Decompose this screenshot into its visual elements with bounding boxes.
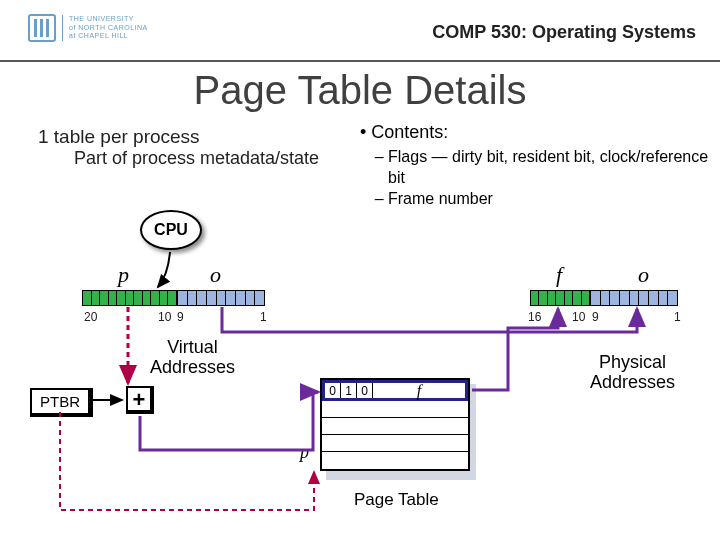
vaddr-p-label: p	[118, 262, 129, 288]
physical-address-bar	[530, 290, 678, 306]
process-note-line2: Part of process metadata/state	[74, 148, 319, 169]
process-note: 1 table per process Part of process meta…	[38, 126, 319, 169]
virtual-addresses-label: Virtual Addresses	[150, 338, 235, 378]
vaddr-o-label: o	[210, 262, 221, 288]
pt-flag-2: 0	[357, 383, 373, 398]
pa-line2: Addresses	[590, 372, 675, 392]
page-table: 0 1 0 f	[320, 378, 470, 471]
vtick-1: 1	[260, 310, 267, 324]
ptick-10: 10	[572, 310, 585, 324]
contents-heading: Contents:	[371, 122, 448, 142]
pt-flag-1: 1	[341, 383, 357, 398]
header: THE UNIVERSITY of NORTH CAROLINA at CHAP…	[0, 0, 720, 62]
paddr-o-segment	[590, 290, 678, 306]
ptbr-box: PTBR	[30, 388, 93, 417]
pt-row	[322, 401, 468, 418]
pt-row	[322, 435, 468, 452]
university-logo: THE UNIVERSITY of NORTH CAROLINA at CHAP…	[28, 14, 148, 42]
ptick-1: 1	[674, 310, 681, 324]
process-note-line1: 1 table per process	[38, 126, 319, 148]
vtick-20: 20	[84, 310, 97, 324]
va-line1: Virtual	[167, 337, 218, 357]
virtual-address-bar	[82, 290, 265, 306]
pt-row	[322, 418, 468, 435]
ptick-9: 9	[592, 310, 599, 324]
course-title: COMP 530: Operating Systems	[432, 22, 696, 43]
contents-block: • Contents: Flags — dirty bit, resident …	[360, 122, 720, 209]
pt-frame-label: f	[373, 383, 465, 398]
vaddr-p-segment	[82, 290, 177, 306]
pt-flag-0: 0	[325, 383, 341, 398]
ptick-16: 16	[528, 310, 541, 324]
adder-box: +	[126, 386, 154, 414]
vtick-10: 10	[158, 310, 171, 324]
pagetable-caption: Page Table	[354, 490, 439, 510]
va-line2: Addresses	[150, 357, 235, 377]
logo-seal-icon	[28, 14, 56, 42]
cpu-oval: CPU	[140, 210, 202, 250]
paddr-o-label: o	[638, 262, 649, 288]
p-index-marker: p	[300, 442, 309, 463]
university-line1: THE UNIVERSITY	[69, 15, 148, 23]
paddr-f-label: f	[556, 262, 562, 288]
university-line3: at CHAPEL HILL	[69, 32, 148, 40]
contents-item-0: Flags — dirty bit, resident bit, clock/r…	[388, 147, 720, 189]
paddr-f-segment	[530, 290, 590, 306]
pa-line1: Physical	[599, 352, 666, 372]
pt-row-highlighted: 0 1 0 f	[322, 380, 468, 401]
physical-addresses-label: Physical Addresses	[590, 353, 675, 393]
university-name: THE UNIVERSITY of NORTH CAROLINA at CHAP…	[62, 15, 148, 40]
vaddr-o-segment	[177, 290, 265, 306]
vtick-9: 9	[177, 310, 184, 324]
pt-row	[322, 452, 468, 469]
slide-title: Page Table Details	[0, 68, 720, 113]
contents-item-1: Frame number	[388, 189, 720, 210]
university-line2: of NORTH CAROLINA	[69, 24, 148, 32]
